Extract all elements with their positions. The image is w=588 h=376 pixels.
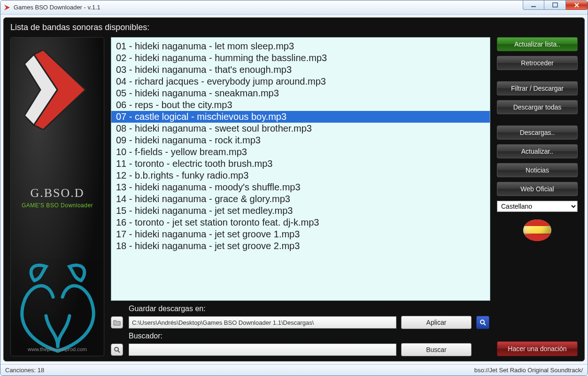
- language-select[interactable]: Castellano: [497, 201, 578, 212]
- search-label: Buscador:: [129, 332, 396, 340]
- folder-icon[interactable]: [111, 316, 123, 329]
- save-path-input[interactable]: [129, 316, 396, 329]
- donate-button[interactable]: Hacer una donación: [497, 341, 578, 356]
- window-maximize-button[interactable]: [544, 0, 566, 10]
- brand-name: G.BSO.D: [30, 186, 84, 200]
- branding-panel: G.BSO.D GAME'S BSO Downloader www.thepho…: [10, 37, 104, 356]
- status-bar: Canciones: 18 bso://Jet Set Radio Origin…: [0, 364, 588, 376]
- brand-subtitle: GAME'S BSO Downloader: [22, 202, 93, 209]
- svg-point-4: [115, 347, 118, 351]
- track-row[interactable]: 13 - hideki naganuma - moody's shuffle.m…: [111, 181, 490, 193]
- apply-button[interactable]: Aplicar: [401, 316, 472, 329]
- flag-spain-icon: [523, 219, 551, 241]
- track-row[interactable]: 02 - hideki naganuma - humming the bassl…: [111, 52, 490, 64]
- track-row[interactable]: 14 - hideki naganuma - grace & glory.mp3: [111, 193, 490, 205]
- update-list-button[interactable]: Actualizar lista..: [497, 37, 578, 51]
- track-row[interactable]: 01 - hideki naganuma - let mom sleep.mp3: [111, 40, 490, 52]
- dragon-art-icon: [10, 252, 104, 356]
- track-row[interactable]: 07 - castle logical - mischievous boy.mp…: [111, 111, 490, 123]
- update-button[interactable]: Actualizar..: [497, 144, 578, 158]
- svg-rect-2: [553, 3, 557, 7]
- track-listbox[interactable]: 01 - hideki naganuma - let mom sleep.mp3…: [111, 37, 490, 301]
- window-title: Games BSO Downloader - v.1.1: [14, 4, 101, 11]
- download-all-button[interactable]: Descargar todas: [497, 100, 578, 114]
- track-row[interactable]: 09 - hideki naganuma - rock it.mp3: [111, 134, 490, 146]
- track-row[interactable]: 04 - richard jacques - everybody jump ar…: [111, 76, 490, 87]
- window-close-button[interactable]: [566, 0, 588, 10]
- back-button[interactable]: Retroceder: [497, 56, 578, 70]
- search-input[interactable]: [129, 344, 396, 356]
- track-row[interactable]: 16 - toronto - jet set station toronto f…: [111, 217, 490, 228]
- track-row[interactable]: 11 - toronto - electric tooth brush.mp3: [111, 158, 490, 170]
- section-heading: Lista de bandas sonoras disponibles:: [4, 18, 584, 37]
- track-row[interactable]: 18 - hideki naganuma - jet set groove 2.…: [111, 240, 490, 252]
- titlebar: Games BSO Downloader - v.1.1: [0, 0, 588, 15]
- browse-button[interactable]: [476, 316, 489, 329]
- track-row[interactable]: 12 - b.b.rights - funky radio.mp3: [111, 170, 490, 181]
- track-row[interactable]: 05 - hideki naganuma - sneakman.mp3: [111, 87, 490, 99]
- downloads-button[interactable]: Descargas..: [497, 125, 578, 140]
- brand-website: www.thephoenixprod.com: [11, 346, 104, 352]
- track-row[interactable]: 17 - hideki naganuma - jet set groove 1.…: [111, 228, 490, 240]
- logo-arrow-icon: [24, 50, 90, 130]
- svg-rect-1: [531, 6, 536, 7]
- svg-marker-0: [4, 5, 10, 10]
- website-button[interactable]: Web Oficial: [497, 182, 578, 196]
- status-source-path: bso://Jet Set Radio Original Soundtrack/: [474, 367, 583, 374]
- filter-download-button[interactable]: Filtrar / Descargar: [497, 81, 578, 95]
- search-icon[interactable]: [111, 344, 123, 356]
- window-minimize-button[interactable]: [523, 0, 544, 10]
- track-row[interactable]: 10 - f-fields - yellow bream.mp3: [111, 146, 490, 158]
- track-row[interactable]: 15 - hideki naganuma - jet set medley.mp…: [111, 205, 490, 217]
- track-row[interactable]: 06 - reps - bout the city.mp3: [111, 99, 490, 111]
- search-button[interactable]: Buscar: [401, 343, 472, 356]
- status-songs-count: Canciones: 18: [5, 367, 44, 374]
- app-icon: [3, 4, 11, 11]
- save-path-label: Guardar descargas en:: [129, 305, 396, 313]
- news-button[interactable]: Noticias: [497, 163, 578, 177]
- svg-point-3: [480, 320, 484, 324]
- track-row[interactable]: 08 - hideki naganuma - sweet soul brothe…: [111, 123, 490, 134]
- track-row[interactable]: 03 - hideki naganuma - that's enough.mp3: [111, 64, 490, 76]
